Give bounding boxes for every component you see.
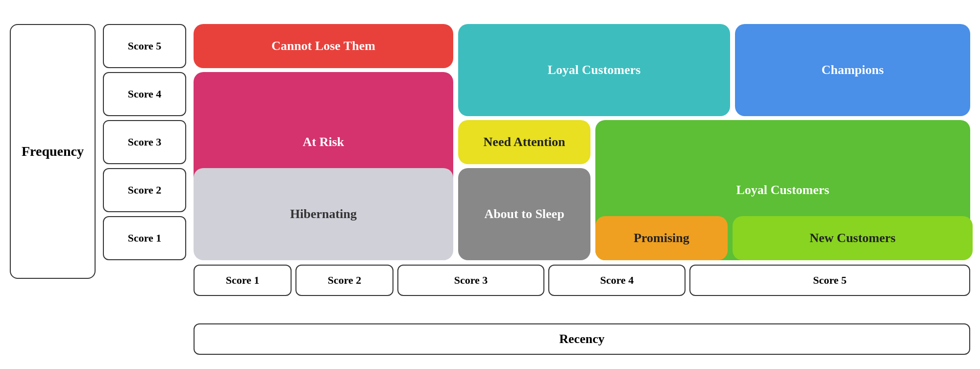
segment-hibernating: Hibernating [194,168,453,260]
segment-cannot-lose: Cannot Lose Them [194,24,453,68]
score-h-5: Score 5 [689,265,970,296]
recency-text: Recency [559,332,604,346]
segment-need-attention: Need Attention [458,120,590,164]
rfm-chart: Frequency Score 5 Score 4 Score 3 Score … [10,9,970,360]
score-h-2: Score 2 [295,265,393,296]
score-h-3: Score 3 [397,265,544,296]
score-v-5: Score 5 [103,24,186,68]
score-h-1: Score 1 [194,265,292,296]
frequency-label: Frequency [10,24,96,279]
score-v-1: Score 1 [103,216,186,260]
score-v-2: Score 2 [103,168,186,212]
segment-promising: Promising [595,216,728,260]
recency-label: Recency [194,323,970,355]
segment-about-to-sleep: About to Sleep [458,168,590,260]
score-h-4: Score 4 [548,265,686,296]
score-v-4: Score 4 [103,72,186,116]
segment-new-customers: New Customers [733,216,973,260]
score-v-3: Score 3 [103,120,186,164]
frequency-text: Frequency [22,144,84,159]
segment-champions: Champions [735,24,970,116]
segment-loyal-customers-top: Loyal Customers [458,24,730,116]
